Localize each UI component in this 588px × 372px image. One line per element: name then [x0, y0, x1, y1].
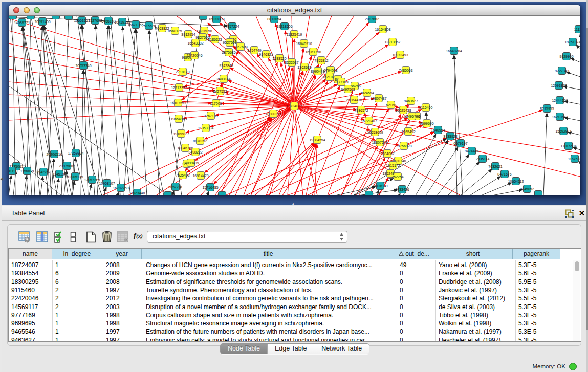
cell-out_de[interactable]: 0: [397, 327, 435, 336]
table-row[interactable]: 946554611997Estimation of the future num…: [9, 327, 581, 336]
cell-pagerank[interactable]: 5.6E-5: [516, 269, 563, 277]
cell-title[interactable]: Embryonic stem cells: a model to study s…: [143, 336, 397, 342]
float-panel-icon[interactable]: [565, 209, 574, 218]
graph-node[interactable]: 11123: [574, 26, 580, 33]
graph-node[interactable]: 9474444: [465, 147, 478, 155]
table-row[interactable]: 946362711997Embryonic stem cells: a mode…: [9, 336, 581, 342]
graph-edge[interactable]: [399, 193, 400, 195]
cell-year[interactable]: 1998: [103, 319, 143, 327]
graph-node[interactable]: [52, 16, 60, 19]
right-scrollbar[interactable]: [586, 28, 588, 330]
graph-node[interactable]: 15716485: [202, 184, 218, 191]
cell-title[interactable]: Tourette syndrome. Phenomenology and cla…: [143, 286, 397, 294]
graph-node[interactable]: 9115460: [419, 104, 433, 112]
graph-node[interactable]: 3267130: [204, 112, 217, 120]
graph-node[interactable]: 62160: [386, 101, 396, 109]
graph-node[interactable]: 19751074: [564, 38, 580, 46]
network-window[interactable]: citations_edges.txt 14055721206914061065…: [9, 5, 580, 195]
cell-year[interactable]: 2009: [103, 269, 143, 277]
canvas-resize-grip[interactable]: [573, 188, 579, 194]
column-header-pagerank[interactable]: pagerank: [513, 249, 560, 259]
graph-node[interactable]: 1733426: [395, 186, 409, 193]
graph-node[interactable]: 10807487: [371, 95, 386, 102]
graph-edge[interactable]: [573, 147, 581, 150]
scrollbar-thumb[interactable]: [575, 261, 579, 271]
graph-node[interactable]: [535, 191, 542, 196]
table-row[interactable]: 1456911722003Disruption of a novel membe…: [9, 303, 581, 312]
import-table-icon[interactable]: [117, 231, 129, 243]
graph-node[interactable]: 18807249: [372, 139, 387, 146]
column-header-out_de[interactable]: out_de...: [395, 249, 433, 259]
graph-edge[interactable]: [426, 147, 458, 196]
graph-node[interactable]: 10658609: [367, 128, 383, 136]
cell-short[interactable]: Franke et al. (2009): [436, 269, 515, 277]
cell-name[interactable]: 9777169: [9, 311, 52, 319]
graph-edge[interactable]: [82, 25, 95, 195]
graph-node[interactable]: 23975887: [59, 162, 75, 170]
graph-node[interactable]: 19384554: [309, 136, 325, 144]
graph-node[interactable]: 12444159: [552, 97, 568, 104]
cell-in_degree[interactable]: 1: [53, 311, 103, 319]
graph-edge[interactable]: [136, 29, 147, 195]
left-splitter-grip[interactable]: ◀: [0, 177, 2, 182]
graph-edge[interactable]: [492, 190, 522, 195]
graph-node[interactable]: 9245052: [520, 185, 534, 193]
graph-node[interactable]: 17359924: [68, 149, 83, 157]
graph-edge[interactable]: [235, 67, 290, 195]
table-row[interactable]: 969969511998Structural magnetic resonanc…: [9, 319, 581, 328]
graph-node[interactable]: 17957225: [84, 176, 100, 184]
graph-edge[interactable]: [481, 183, 512, 195]
graph-node[interactable]: [200, 16, 207, 20]
cell-year[interactable]: 1997: [103, 286, 143, 294]
graph-node[interactable]: 16961758: [305, 48, 321, 56]
tab-edge-table[interactable]: Edge Table: [268, 344, 314, 354]
cell-short[interactable]: Wolkin et al. (1998): [436, 319, 515, 327]
graph-edge[interactable]: [416, 140, 448, 195]
zoom-button[interactable]: [34, 7, 40, 13]
cell-pagerank[interactable]: 5.5E-5: [516, 294, 563, 302]
network-canvas[interactable]: 1405572120691406106532671527602646616010…: [9, 16, 580, 195]
graph-edge[interactable]: [307, 132, 434, 195]
graph-edge[interactable]: [228, 80, 294, 106]
graph-edge[interactable]: [24, 176, 27, 195]
column-header-year[interactable]: year: [102, 249, 142, 259]
unselect-all-icon[interactable]: [70, 231, 77, 243]
cell-title[interactable]: Changes of HCN gene expression and I(f) …: [143, 261, 397, 269]
graph-node[interactable]: 8878352: [193, 137, 207, 145]
graph-node[interactable]: 16033809: [208, 16, 224, 23]
graph-node[interactable]: 2718170: [176, 68, 189, 76]
graph-edge[interactable]: [220, 62, 277, 195]
graph-node[interactable]: 15692971: [555, 127, 571, 135]
cell-year[interactable]: 2008: [103, 261, 143, 269]
table-row[interactable]: 911546021997Tourette syndrome. Phenomeno…: [9, 286, 581, 295]
graph-node[interactable]: 20206516: [46, 150, 62, 158]
graph-node[interactable]: 2603144: [216, 75, 230, 83]
cell-name[interactable]: 22420046: [9, 294, 52, 302]
graph-node[interactable]: 18640910: [296, 40, 312, 48]
column-header-short[interactable]: short: [433, 249, 513, 259]
table-row[interactable]: 1938455462009Genome-wide association stu…: [9, 269, 581, 278]
graph-edge[interactable]: [437, 155, 469, 195]
graph-node[interactable]: [65, 16, 73, 20]
cell-short[interactable]: Hescheler et al. (1997): [436, 336, 515, 342]
graph-edge[interactable]: [96, 25, 107, 195]
graph-edge[interactable]: [571, 58, 580, 62]
table-row[interactable]: 1872400712008Changes of HCN gene express…: [9, 261, 581, 270]
cell-title[interactable]: Genome-wide association studies in ADHD.: [143, 269, 397, 277]
select-all-icon[interactable]: [54, 231, 66, 243]
cell-short[interactable]: Dudbridge et al. (2008): [436, 278, 515, 286]
cell-title[interactable]: Investigating the contribution of common…: [143, 294, 397, 302]
graph-node[interactable]: [365, 191, 373, 196]
cell-pagerank[interactable]: 5.3E-5: [516, 336, 563, 342]
column-header-name[interactable]: name: [9, 249, 52, 259]
graph-node[interactable]: [9, 16, 17, 19]
graph-node[interactable]: 12213967: [384, 38, 400, 46]
cell-year[interactable]: 2012: [103, 294, 143, 302]
cell-short[interactable]: de Silva et al. (2003): [436, 303, 515, 311]
graph-node[interactable]: 8186323: [208, 36, 222, 43]
cell-year[interactable]: 1997: [103, 327, 143, 336]
graph-edge[interactable]: [578, 161, 580, 163]
cell-short[interactable]: Stergiakouli et al. (2012): [436, 294, 515, 302]
graph-edge[interactable]: [123, 27, 134, 195]
close-panel-icon[interactable]: ✕: [577, 208, 586, 218]
